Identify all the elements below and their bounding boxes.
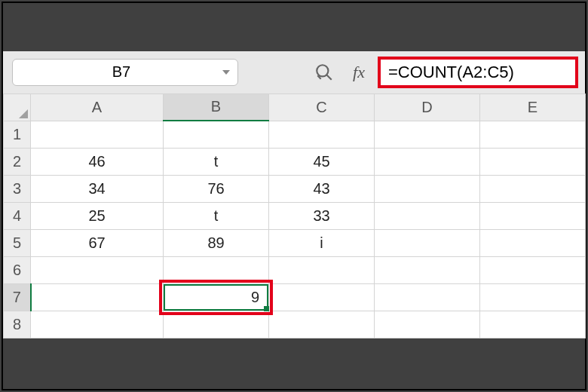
table-row: 1	[4, 121, 586, 148]
formula-bar-value: =COUNT(A2:C5)	[388, 63, 514, 82]
spreadsheet-grid[interactable]: A B C D E 1 2 46 t	[3, 93, 585, 338]
row-header-7[interactable]: 7	[4, 283, 31, 311]
col-header-E[interactable]: E	[480, 93, 586, 121]
cell-B2[interactable]: t	[164, 148, 269, 175]
col-header-C[interactable]: C	[269, 93, 375, 121]
cell-B4[interactable]: t	[164, 202, 269, 229]
table-row: 6	[4, 256, 586, 283]
cell-C4[interactable]: 33	[269, 202, 375, 229]
table-row: 7 9	[4, 283, 586, 311]
col-header-A[interactable]: A	[31, 93, 164, 121]
cell-A8[interactable]	[31, 311, 164, 338]
formula-bar[interactable]: =COUNT(A2:C5)	[380, 59, 576, 86]
cell-C8[interactable]	[269, 311, 375, 338]
cell-D1[interactable]	[375, 121, 480, 148]
active-cell-value: 9	[251, 289, 259, 306]
window-chrome-bottom	[3, 338, 585, 389]
chevron-down-icon[interactable]	[222, 70, 230, 75]
spreadsheet-app: B7 fx =COUNT(A2:C5)	[3, 51, 585, 338]
active-cell[interactable]: 9	[164, 284, 268, 311]
cell-D8[interactable]	[375, 311, 480, 338]
cell-C7[interactable]	[269, 283, 375, 311]
formula-toolbar: B7 fx =COUNT(A2:C5)	[3, 51, 585, 93]
cell-A3[interactable]: 34	[31, 175, 164, 202]
row-header-4[interactable]: 4	[4, 202, 31, 229]
cell-A6[interactable]	[31, 256, 164, 283]
name-box[interactable]: B7	[12, 59, 238, 86]
cell-B6[interactable]	[164, 256, 269, 283]
name-box-value: B7	[20, 63, 222, 81]
row-header-6[interactable]: 6	[4, 256, 31, 283]
row-header-8[interactable]: 8	[4, 311, 31, 338]
cell-B7[interactable]: 9	[164, 283, 269, 311]
cell-C5[interactable]: i	[269, 229, 375, 256]
cell-B8[interactable]	[164, 311, 269, 338]
cell-E6[interactable]	[480, 256, 586, 283]
cell-C2[interactable]: 45	[269, 148, 375, 175]
cell-C1[interactable]	[269, 121, 375, 148]
cell-E2[interactable]	[480, 148, 586, 175]
cell-A7[interactable]	[31, 283, 164, 311]
cell-E8[interactable]	[480, 311, 586, 338]
cell-B1[interactable]	[164, 121, 269, 148]
svg-point-0	[317, 65, 328, 76]
cell-D2[interactable]	[375, 148, 480, 175]
cell-C6[interactable]	[269, 256, 375, 283]
cell-D3[interactable]	[375, 175, 480, 202]
svg-line-1	[326, 75, 332, 80]
cell-E7[interactable]	[480, 283, 586, 311]
column-header-row: A B C D E	[4, 93, 586, 121]
table-row: 8	[4, 311, 586, 338]
cell-D7[interactable]	[375, 283, 480, 311]
cell-E4[interactable]	[480, 202, 586, 229]
table-row: 3 34 76 43	[4, 175, 586, 202]
cell-E3[interactable]	[480, 175, 586, 202]
table-row: 2 46 t 45	[4, 148, 586, 175]
cell-A1[interactable]	[31, 121, 164, 148]
cell-A5[interactable]: 67	[31, 229, 164, 256]
fx-icon[interactable]: fx	[345, 59, 372, 86]
cell-D6[interactable]	[375, 256, 480, 283]
table-row: 4 25 t 33	[4, 202, 586, 229]
cell-D5[interactable]	[375, 229, 480, 256]
row-header-5[interactable]: 5	[4, 229, 31, 256]
app-frame: B7 fx =COUNT(A2:C5)	[2, 2, 586, 390]
cell-C3[interactable]: 43	[269, 175, 375, 202]
sheet-table: A B C D E 1 2 46 t	[3, 93, 586, 338]
table-row: 5 67 89 i	[4, 229, 586, 256]
zoom-icon[interactable]	[311, 59, 338, 86]
row-header-1[interactable]: 1	[4, 121, 31, 148]
cell-A2[interactable]: 46	[31, 148, 164, 175]
col-header-D[interactable]: D	[375, 93, 480, 121]
select-all-corner[interactable]	[4, 93, 31, 121]
cell-E5[interactable]	[480, 229, 586, 256]
row-header-2[interactable]: 2	[4, 148, 31, 175]
row-header-3[interactable]: 3	[4, 175, 31, 202]
window-chrome-top	[3, 3, 585, 51]
fill-handle[interactable]	[264, 306, 269, 311]
cell-A4[interactable]: 25	[31, 202, 164, 229]
cell-D4[interactable]	[375, 202, 480, 229]
cell-E1[interactable]	[480, 121, 586, 148]
cell-B5[interactable]: 89	[164, 229, 269, 256]
col-header-B[interactable]: B	[164, 93, 269, 121]
cell-B3[interactable]: 76	[164, 175, 269, 202]
